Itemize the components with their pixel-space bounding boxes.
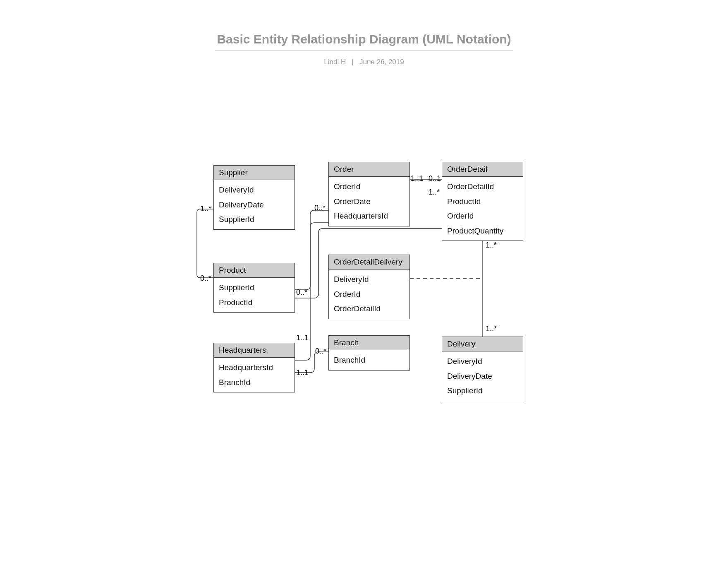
author-label: Lindi H — [324, 58, 346, 66]
field: SupplierId — [214, 212, 295, 227]
entity-header: Product — [214, 263, 295, 278]
mult-product-right: 0..* — [296, 288, 307, 297]
field: BranchId — [329, 353, 410, 368]
field: DeliveryId — [329, 272, 410, 287]
date-label: June 26, 2019 — [359, 58, 404, 66]
field: SupplierId — [442, 383, 523, 398]
field: ProductQuantity — [442, 224, 523, 238]
entity-headquarters: Headquarters HeadquartersId BranchId — [213, 343, 295, 392]
mult-orderdetail-righttop: 1..* — [429, 188, 440, 197]
mult-branch-left: 0..* — [315, 347, 326, 356]
entity-body: HeadquartersId BranchId — [214, 358, 295, 392]
mult-supplier-right: 1..* — [200, 205, 211, 213]
entity-product: Product SupplierId ProductId — [213, 263, 295, 313]
field: OrderId — [329, 287, 410, 302]
field: OrderDetailId — [329, 301, 410, 316]
mult-hq-rightbot: 1..1 — [296, 368, 309, 377]
field: DeliveryId — [442, 354, 523, 369]
page-title: Basic Entity Relationship Diagram (UML N… — [217, 32, 511, 46]
entity-branch: Branch BranchId — [328, 335, 410, 371]
mult-order-left: 0..* — [314, 204, 326, 212]
entity-header: Supplier — [214, 166, 295, 180]
field: OrderDate — [329, 194, 410, 209]
entity-body: OrderDetailId ProductId OrderId ProductQ… — [442, 177, 523, 241]
field: ProductId — [442, 194, 523, 209]
field: BranchId — [214, 375, 295, 390]
entity-header: Delivery — [442, 337, 523, 351]
entity-body: SupplierId ProductId — [214, 278, 295, 312]
entity-header: OrderDetailDelivery — [329, 255, 410, 269]
field: DeliveryDate — [442, 369, 523, 384]
entity-body: DeliveryId DeliveryDate SupplierId — [214, 180, 295, 229]
mult-order-right: 1..1 — [411, 174, 423, 183]
entity-order: Order OrderId OrderDate HeadquartersId — [328, 162, 410, 226]
entity-body: DeliveryId DeliveryDate SupplierId — [442, 351, 523, 401]
field: OrderId — [329, 179, 410, 194]
entity-delivery: Delivery DeliveryId DeliveryDate Supplie… — [442, 337, 523, 401]
mult-hq-righttop: 1..1 — [296, 334, 309, 342]
entity-body: OrderId OrderDate HeadquartersId — [329, 177, 410, 226]
field: DeliveryId — [214, 183, 295, 197]
field: HeadquartersId — [329, 209, 410, 224]
mult-orderdetail-bottom: 1..* — [486, 241, 497, 250]
field: HeadquartersId — [214, 360, 295, 375]
entity-orderdetaildelivery: OrderDetailDelivery DeliveryId OrderId O… — [328, 255, 410, 319]
mult-product-left: 0..* — [200, 274, 211, 283]
field: DeliveryDate — [214, 197, 295, 212]
page-subtitle: Lindi H | June 26, 2019 — [324, 58, 404, 66]
entity-body: DeliveryId OrderId OrderDetailId — [329, 269, 410, 319]
entity-header: OrderDetail — [442, 162, 523, 177]
entity-body: BranchId — [329, 350, 410, 370]
field: ProductId — [214, 295, 295, 310]
entity-header: Order — [329, 162, 410, 177]
entity-supplier: Supplier DeliveryId DeliveryDate Supplie… — [213, 165, 295, 230]
mult-delivery-top: 1..* — [486, 325, 497, 333]
entity-orderdetail: OrderDetail OrderDetailId ProductId Orde… — [442, 162, 523, 241]
entity-header: Branch — [329, 336, 410, 350]
separator: | — [352, 58, 353, 66]
field: SupplierId — [214, 280, 295, 295]
field: OrderDetailId — [442, 179, 523, 194]
mult-orderdetail-left: 0..1 — [429, 174, 441, 183]
field: OrderId — [442, 209, 523, 224]
entity-header: Headquarters — [214, 343, 295, 358]
diagram-canvas: { "header": { "title": "Basic Entity Rel… — [0, 0, 728, 563]
title-rule — [215, 51, 513, 51]
